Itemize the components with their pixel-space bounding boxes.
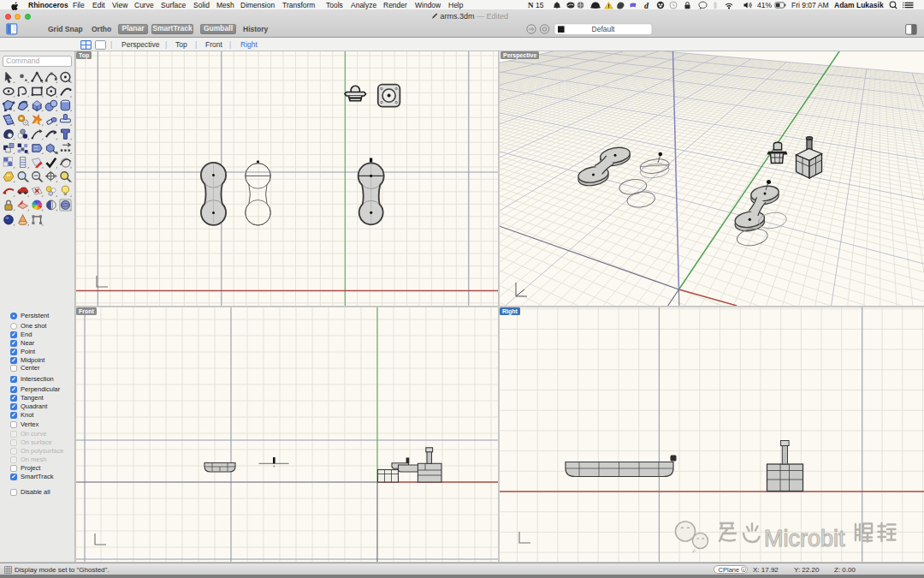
svg-text:N: N: [528, 1, 534, 9]
svg-text:Microbit: Microbit: [764, 526, 845, 551]
svg-text:Default: Default: [592, 24, 616, 33]
svg-text:d: d: [644, 1, 649, 10]
svg-text:15: 15: [536, 1, 544, 9]
